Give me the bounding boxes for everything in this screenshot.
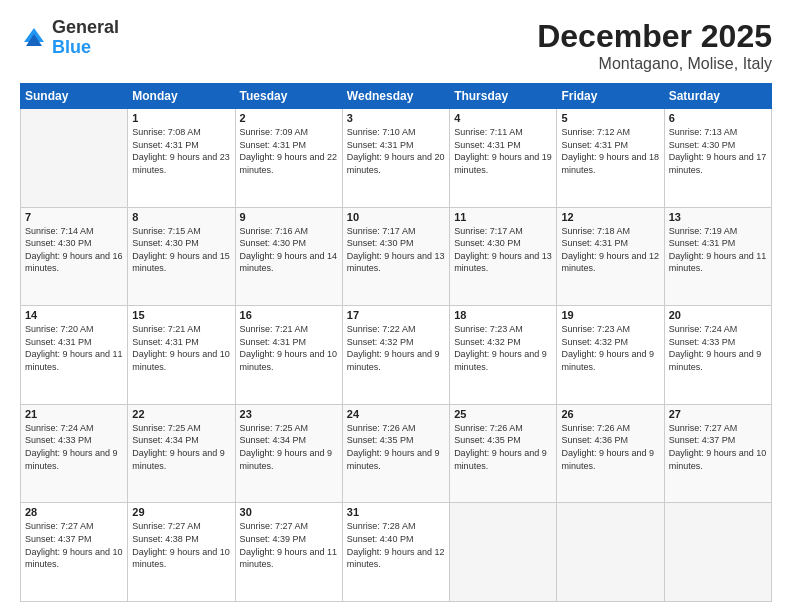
logo-icon bbox=[20, 24, 48, 52]
day-info: Sunrise: 7:27 AM Sunset: 4:37 PM Dayligh… bbox=[25, 520, 123, 570]
day-number: 24 bbox=[347, 408, 445, 420]
day-info: Sunrise: 7:18 AM Sunset: 4:31 PM Dayligh… bbox=[561, 225, 659, 275]
week-row-1: 7Sunrise: 7:14 AM Sunset: 4:30 PM Daylig… bbox=[21, 207, 772, 306]
day-info: Sunrise: 7:14 AM Sunset: 4:30 PM Dayligh… bbox=[25, 225, 123, 275]
title-section: December 2025 Montagano, Molise, Italy bbox=[537, 18, 772, 73]
day-number: 2 bbox=[240, 112, 338, 124]
calendar-cell: 27Sunrise: 7:27 AM Sunset: 4:37 PM Dayli… bbox=[664, 404, 771, 503]
logo-blue: Blue bbox=[52, 38, 119, 58]
calendar-cell: 24Sunrise: 7:26 AM Sunset: 4:35 PM Dayli… bbox=[342, 404, 449, 503]
day-number: 11 bbox=[454, 211, 552, 223]
day-info: Sunrise: 7:26 AM Sunset: 4:35 PM Dayligh… bbox=[454, 422, 552, 472]
week-row-0: 1Sunrise: 7:08 AM Sunset: 4:31 PM Daylig… bbox=[21, 109, 772, 208]
calendar-cell: 31Sunrise: 7:28 AM Sunset: 4:40 PM Dayli… bbox=[342, 503, 449, 602]
page: General Blue December 2025 Montagano, Mo… bbox=[0, 0, 792, 612]
day-info: Sunrise: 7:27 AM Sunset: 4:39 PM Dayligh… bbox=[240, 520, 338, 570]
calendar: SundayMondayTuesdayWednesdayThursdayFrid… bbox=[20, 83, 772, 602]
day-number: 17 bbox=[347, 309, 445, 321]
day-number: 31 bbox=[347, 506, 445, 518]
header-row: SundayMondayTuesdayWednesdayThursdayFrid… bbox=[21, 84, 772, 109]
day-number: 23 bbox=[240, 408, 338, 420]
day-number: 19 bbox=[561, 309, 659, 321]
calendar-cell: 30Sunrise: 7:27 AM Sunset: 4:39 PM Dayli… bbox=[235, 503, 342, 602]
day-number: 18 bbox=[454, 309, 552, 321]
logo-general: General bbox=[52, 18, 119, 38]
calendar-cell: 7Sunrise: 7:14 AM Sunset: 4:30 PM Daylig… bbox=[21, 207, 128, 306]
day-number: 10 bbox=[347, 211, 445, 223]
calendar-header: SundayMondayTuesdayWednesdayThursdayFrid… bbox=[21, 84, 772, 109]
day-number: 3 bbox=[347, 112, 445, 124]
calendar-cell: 22Sunrise: 7:25 AM Sunset: 4:34 PM Dayli… bbox=[128, 404, 235, 503]
calendar-cell: 2Sunrise: 7:09 AM Sunset: 4:31 PM Daylig… bbox=[235, 109, 342, 208]
calendar-cell bbox=[664, 503, 771, 602]
day-number: 27 bbox=[669, 408, 767, 420]
day-info: Sunrise: 7:16 AM Sunset: 4:30 PM Dayligh… bbox=[240, 225, 338, 275]
day-info: Sunrise: 7:20 AM Sunset: 4:31 PM Dayligh… bbox=[25, 323, 123, 373]
day-info: Sunrise: 7:19 AM Sunset: 4:31 PM Dayligh… bbox=[669, 225, 767, 275]
day-number: 7 bbox=[25, 211, 123, 223]
day-number: 21 bbox=[25, 408, 123, 420]
day-info: Sunrise: 7:21 AM Sunset: 4:31 PM Dayligh… bbox=[240, 323, 338, 373]
calendar-cell: 9Sunrise: 7:16 AM Sunset: 4:30 PM Daylig… bbox=[235, 207, 342, 306]
day-info: Sunrise: 7:24 AM Sunset: 4:33 PM Dayligh… bbox=[669, 323, 767, 373]
day-number: 29 bbox=[132, 506, 230, 518]
day-number: 6 bbox=[669, 112, 767, 124]
calendar-body: 1Sunrise: 7:08 AM Sunset: 4:31 PM Daylig… bbox=[21, 109, 772, 602]
day-info: Sunrise: 7:21 AM Sunset: 4:31 PM Dayligh… bbox=[132, 323, 230, 373]
subtitle: Montagano, Molise, Italy bbox=[537, 55, 772, 73]
day-number: 1 bbox=[132, 112, 230, 124]
logo: General Blue bbox=[20, 18, 119, 58]
header: General Blue December 2025 Montagano, Mo… bbox=[20, 18, 772, 73]
day-info: Sunrise: 7:23 AM Sunset: 4:32 PM Dayligh… bbox=[561, 323, 659, 373]
day-number: 8 bbox=[132, 211, 230, 223]
day-info: Sunrise: 7:22 AM Sunset: 4:32 PM Dayligh… bbox=[347, 323, 445, 373]
day-info: Sunrise: 7:28 AM Sunset: 4:40 PM Dayligh… bbox=[347, 520, 445, 570]
day-info: Sunrise: 7:15 AM Sunset: 4:30 PM Dayligh… bbox=[132, 225, 230, 275]
calendar-cell: 5Sunrise: 7:12 AM Sunset: 4:31 PM Daylig… bbox=[557, 109, 664, 208]
day-header-sunday: Sunday bbox=[21, 84, 128, 109]
week-row-3: 21Sunrise: 7:24 AM Sunset: 4:33 PM Dayli… bbox=[21, 404, 772, 503]
day-info: Sunrise: 7:17 AM Sunset: 4:30 PM Dayligh… bbox=[454, 225, 552, 275]
day-header-wednesday: Wednesday bbox=[342, 84, 449, 109]
day-number: 14 bbox=[25, 309, 123, 321]
calendar-cell: 28Sunrise: 7:27 AM Sunset: 4:37 PM Dayli… bbox=[21, 503, 128, 602]
calendar-cell: 3Sunrise: 7:10 AM Sunset: 4:31 PM Daylig… bbox=[342, 109, 449, 208]
day-number: 15 bbox=[132, 309, 230, 321]
day-header-monday: Monday bbox=[128, 84, 235, 109]
week-row-2: 14Sunrise: 7:20 AM Sunset: 4:31 PM Dayli… bbox=[21, 306, 772, 405]
day-number: 28 bbox=[25, 506, 123, 518]
calendar-cell: 15Sunrise: 7:21 AM Sunset: 4:31 PM Dayli… bbox=[128, 306, 235, 405]
calendar-cell: 25Sunrise: 7:26 AM Sunset: 4:35 PM Dayli… bbox=[450, 404, 557, 503]
calendar-cell: 4Sunrise: 7:11 AM Sunset: 4:31 PM Daylig… bbox=[450, 109, 557, 208]
day-info: Sunrise: 7:26 AM Sunset: 4:36 PM Dayligh… bbox=[561, 422, 659, 472]
calendar-cell bbox=[557, 503, 664, 602]
calendar-cell: 29Sunrise: 7:27 AM Sunset: 4:38 PM Dayli… bbox=[128, 503, 235, 602]
day-number: 9 bbox=[240, 211, 338, 223]
day-header-tuesday: Tuesday bbox=[235, 84, 342, 109]
day-number: 30 bbox=[240, 506, 338, 518]
calendar-cell: 6Sunrise: 7:13 AM Sunset: 4:30 PM Daylig… bbox=[664, 109, 771, 208]
day-info: Sunrise: 7:23 AM Sunset: 4:32 PM Dayligh… bbox=[454, 323, 552, 373]
calendar-cell: 18Sunrise: 7:23 AM Sunset: 4:32 PM Dayli… bbox=[450, 306, 557, 405]
calendar-cell: 12Sunrise: 7:18 AM Sunset: 4:31 PM Dayli… bbox=[557, 207, 664, 306]
day-info: Sunrise: 7:09 AM Sunset: 4:31 PM Dayligh… bbox=[240, 126, 338, 176]
day-info: Sunrise: 7:27 AM Sunset: 4:37 PM Dayligh… bbox=[669, 422, 767, 472]
day-info: Sunrise: 7:24 AM Sunset: 4:33 PM Dayligh… bbox=[25, 422, 123, 472]
calendar-cell: 16Sunrise: 7:21 AM Sunset: 4:31 PM Dayli… bbox=[235, 306, 342, 405]
day-header-friday: Friday bbox=[557, 84, 664, 109]
calendar-cell: 11Sunrise: 7:17 AM Sunset: 4:30 PM Dayli… bbox=[450, 207, 557, 306]
day-header-saturday: Saturday bbox=[664, 84, 771, 109]
day-info: Sunrise: 7:27 AM Sunset: 4:38 PM Dayligh… bbox=[132, 520, 230, 570]
day-number: 22 bbox=[132, 408, 230, 420]
day-info: Sunrise: 7:10 AM Sunset: 4:31 PM Dayligh… bbox=[347, 126, 445, 176]
calendar-cell: 23Sunrise: 7:25 AM Sunset: 4:34 PM Dayli… bbox=[235, 404, 342, 503]
calendar-cell: 10Sunrise: 7:17 AM Sunset: 4:30 PM Dayli… bbox=[342, 207, 449, 306]
calendar-cell: 17Sunrise: 7:22 AM Sunset: 4:32 PM Dayli… bbox=[342, 306, 449, 405]
day-info: Sunrise: 7:11 AM Sunset: 4:31 PM Dayligh… bbox=[454, 126, 552, 176]
calendar-cell bbox=[21, 109, 128, 208]
day-number: 13 bbox=[669, 211, 767, 223]
main-title: December 2025 bbox=[537, 18, 772, 55]
calendar-cell: 19Sunrise: 7:23 AM Sunset: 4:32 PM Dayli… bbox=[557, 306, 664, 405]
day-info: Sunrise: 7:13 AM Sunset: 4:30 PM Dayligh… bbox=[669, 126, 767, 176]
day-header-thursday: Thursday bbox=[450, 84, 557, 109]
